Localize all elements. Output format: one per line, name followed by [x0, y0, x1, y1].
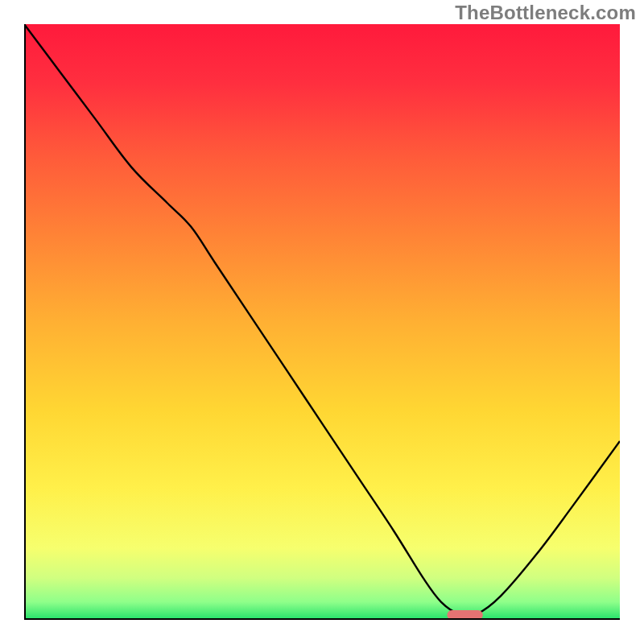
gradient-background: [24, 24, 620, 620]
plot-area: [24, 24, 620, 620]
chart-svg: [24, 24, 620, 620]
chart-container: TheBottleneck.com: [0, 0, 644, 644]
watermark-text: TheBottleneck.com: [455, 2, 636, 24]
